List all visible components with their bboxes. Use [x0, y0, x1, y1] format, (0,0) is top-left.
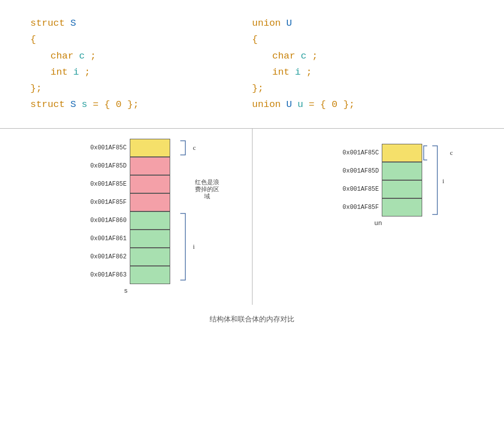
- struct-row-6: 0x001AF862: [82, 248, 170, 266]
- struct-row-7: 0x001AF863: [82, 266, 170, 284]
- struct-addr-6: 0x001AF862: [82, 248, 130, 266]
- struct-close-brace: };: [30, 80, 252, 96]
- struct-title-line: struct S: [30, 15, 252, 31]
- union-box-1: [382, 162, 422, 180]
- struct-addr-7: 0x001AF863: [82, 266, 130, 284]
- union-code-block: union U { char c ; int i ; }; union U u …: [252, 15, 474, 113]
- struct-row-2: 0x001AF85E: [82, 175, 170, 193]
- union-row-0: 0x001AF85C: [334, 144, 422, 162]
- struct-box-3: [130, 193, 170, 211]
- svg-text:红色是浪: 红色是浪: [195, 179, 219, 185]
- struct-keyword: struct: [30, 18, 65, 29]
- union-row-1: 0x001AF85D: [334, 162, 422, 180]
- union-row-3: 0x001AF85F: [334, 198, 422, 216]
- struct-addr-4: 0x001AF860: [82, 211, 130, 230]
- struct-box-2: [130, 175, 170, 193]
- diagram-caption: 结构体和联合体的内存对比: [0, 315, 504, 324]
- struct-member-i: int i ;: [30, 64, 252, 80]
- code-section: struct S { char c ; int i ; }; struct S …: [0, 0, 504, 123]
- union-keyword: union: [252, 18, 281, 29]
- union-addr-2: 0x001AF85E: [334, 180, 382, 198]
- struct-member-c: char c ;: [30, 48, 252, 64]
- struct-box-6: [130, 248, 170, 266]
- svg-text:c: c: [450, 149, 453, 156]
- struct-addr-0: 0x001AF85C: [82, 139, 130, 157]
- struct-box-4: [130, 211, 170, 230]
- struct-row-3: 0x001AF85F: [82, 193, 170, 211]
- union-box-2: [382, 180, 422, 198]
- struct-addr-3: 0x001AF85F: [82, 193, 130, 211]
- struct-row-5: 0x001AF861: [82, 230, 170, 248]
- struct-row-0: 0x001AF85C: [82, 139, 170, 157]
- union-close-brace: };: [252, 80, 474, 96]
- union-box-0: [382, 144, 422, 162]
- union-init-line: union U u = { 0 };: [252, 96, 474, 113]
- svg-text:费掉的区: 费掉的区: [195, 186, 219, 192]
- union-member-i: int i ;: [252, 64, 474, 80]
- union-title-line: union U: [252, 15, 474, 31]
- svg-text:i: i: [193, 243, 195, 250]
- union-diagram: 0x001AF85C 0x001AF85D 0x001AF85E 0x001AF…: [253, 129, 505, 305]
- struct-memory-layout: 0x001AF85C 0x001AF85D 0x001AF85E 0x001AF…: [82, 139, 170, 284]
- struct-init-line: struct S s = { 0 };: [30, 96, 252, 113]
- struct-name: S: [70, 18, 76, 29]
- page: struct S { char c ; int i ; }; struct S …: [0, 0, 504, 436]
- union-name: U: [286, 18, 292, 29]
- union-memory-layout: 0x001AF85C 0x001AF85D 0x001AF85E 0x001AF…: [334, 144, 422, 216]
- svg-text:i: i: [442, 177, 444, 185]
- svg-text:域: 域: [204, 193, 210, 199]
- struct-code-block: struct S { char c ; int i ; }; struct S …: [30, 15, 252, 113]
- union-addr-0: 0x001AF85C: [334, 144, 382, 162]
- union-addr-3: 0x001AF85F: [334, 198, 382, 216]
- union-open-brace: {: [252, 31, 474, 47]
- struct-row-4: 0x001AF860: [82, 211, 170, 230]
- struct-diagram: 0x001AF85C 0x001AF85D 0x001AF85E 0x001AF…: [0, 129, 253, 305]
- struct-open-brace: {: [30, 31, 252, 47]
- union-var-label: un: [374, 220, 382, 227]
- struct-box-0: [130, 139, 170, 157]
- struct-addr-1: 0x001AF85D: [82, 157, 130, 175]
- diagram-section: 0x001AF85C 0x001AF85D 0x001AF85E 0x001AF…: [0, 128, 504, 305]
- union-row-2: 0x001AF85E: [334, 180, 422, 198]
- struct-box-1: [130, 157, 170, 175]
- struct-var-label: s: [124, 287, 128, 295]
- union-addr-1: 0x001AF85D: [334, 162, 382, 180]
- struct-addr-2: 0x001AF85E: [82, 175, 130, 193]
- struct-row-1: 0x001AF85D: [82, 157, 170, 175]
- struct-box-7: [130, 266, 170, 284]
- union-box-3: [382, 198, 422, 216]
- struct-box-5: [130, 230, 170, 248]
- svg-text:c: c: [193, 144, 196, 151]
- struct-addr-5: 0x001AF861: [82, 230, 130, 248]
- union-member-c: char c ;: [252, 48, 474, 64]
